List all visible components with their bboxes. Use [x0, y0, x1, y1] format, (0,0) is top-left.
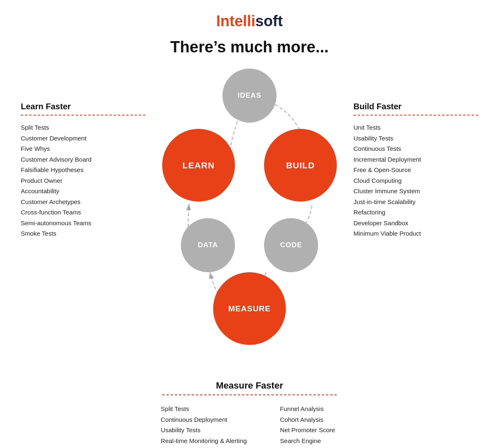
circle-measure: MEASURE: [213, 272, 286, 345]
list-item: Usability Tests: [353, 133, 478, 144]
list-item: Customer Advisory Board: [21, 154, 146, 165]
measure-faster-lists: Split TestsContinuous DeploymentUsabilit…: [161, 404, 338, 448]
center-diagram: IDEAS LEARN BUILD DATA CODE MEASURE: [146, 69, 353, 359]
list-item: Falsifiable Hypotheses: [21, 165, 146, 175]
list-item: Refactoring: [353, 207, 478, 218]
measure-faster-right-list: Funnel AnalysisCohort AnalysisNet Promot…: [280, 404, 338, 448]
list-item: Marketing: [280, 446, 338, 448]
build-faster-title: Build Faster: [353, 102, 478, 111]
list-item: Real-time Monitoring & Alerting: [161, 436, 247, 446]
logo: Intellisoft: [216, 12, 283, 30]
circle-code: CODE: [264, 218, 318, 272]
learn-faster-section: Learn Faster Split TestsCustomer Develop…: [21, 69, 146, 359]
list-item: Customer Development: [21, 133, 146, 144]
list-item: Semi-autonomous Teams: [21, 218, 146, 229]
list-item: Continuous Deployment: [161, 414, 247, 425]
learn-faster-title: Learn Faster: [21, 102, 146, 111]
build-faster-section: Build Faster Unit TestsUsability TestsCo…: [353, 69, 478, 359]
list-item: Cohort Analysis: [280, 414, 338, 425]
list-item: Smoke Tests: [21, 228, 146, 239]
build-faster-divider: [353, 115, 478, 116]
measure-faster-title: Measure Faster: [216, 380, 283, 391]
circle-data: DATA: [181, 218, 235, 272]
list-item: Search Engine: [280, 436, 338, 446]
list-item: Net Promoter Score: [280, 425, 338, 436]
circle-learn: LEARN: [162, 129, 235, 202]
list-item: Customer Liaison: [161, 446, 247, 448]
list-item: Usability Tests: [161, 425, 247, 436]
list-item: Cross-function Teams: [21, 207, 146, 218]
list-item: Continuous Tests: [353, 143, 478, 154]
list-item: Product Owner: [21, 175, 146, 186]
list-item: Cloud Computing: [353, 175, 478, 186]
list-item: Free & Open-Source: [353, 165, 478, 175]
learn-faster-list: Split TestsCustomer DevelopmentFive Whys…: [21, 122, 146, 239]
list-item: Customer Archetypes: [21, 197, 146, 207]
list-item: Incremental Deployment: [353, 154, 478, 165]
logo-intelli: Intelli: [216, 12, 255, 30]
list-item: Split Tests: [21, 122, 146, 133]
list-item: Cluster Immune System: [353, 186, 478, 197]
list-item: Accountability: [21, 186, 146, 197]
measure-faster-left-list: Split TestsContinuous DeploymentUsabilit…: [161, 404, 247, 448]
logo-soft: soft: [255, 12, 283, 30]
measure-faster-section: Measure Faster Split TestsContinuous Dep…: [21, 380, 478, 448]
measure-faster-divider: [162, 394, 337, 395]
list-item: Five Whys: [21, 143, 146, 154]
list-item: Unit Tests: [353, 122, 478, 133]
build-faster-list: Unit TestsUsability TestsContinuous Test…: [353, 122, 478, 239]
page-wrapper: Intellisoft There’s much more... Learn F…: [0, 0, 499, 448]
main-title: There’s much more...: [170, 38, 329, 56]
list-item: Just-in-time Scalability: [353, 197, 478, 207]
circle-ideas: IDEAS: [222, 69, 277, 123]
list-item: Developer Sandbox: [353, 218, 478, 229]
list-item: Split Tests: [161, 404, 247, 414]
list-item: Minimum Viable Product: [353, 228, 478, 239]
list-item: Funnel Analysis: [280, 404, 338, 414]
circle-build: BUILD: [264, 129, 337, 202]
learn-faster-divider: [21, 115, 146, 116]
content-area: Learn Faster Split TestsCustomer Develop…: [21, 69, 478, 359]
